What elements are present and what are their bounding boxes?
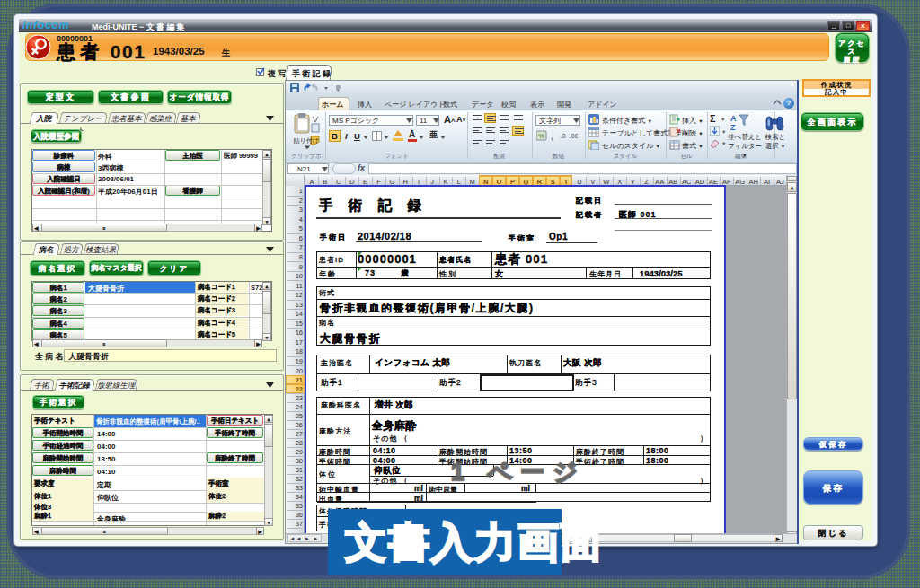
svg-text:,: , [551,131,553,141]
svg-text:%: % [538,132,544,140]
svg-text:.00: .00 [569,132,578,140]
svg-text:.0: .0 [560,132,566,140]
svg-text:Z: Z [730,123,736,132]
svg-text:A: A [730,114,737,123]
